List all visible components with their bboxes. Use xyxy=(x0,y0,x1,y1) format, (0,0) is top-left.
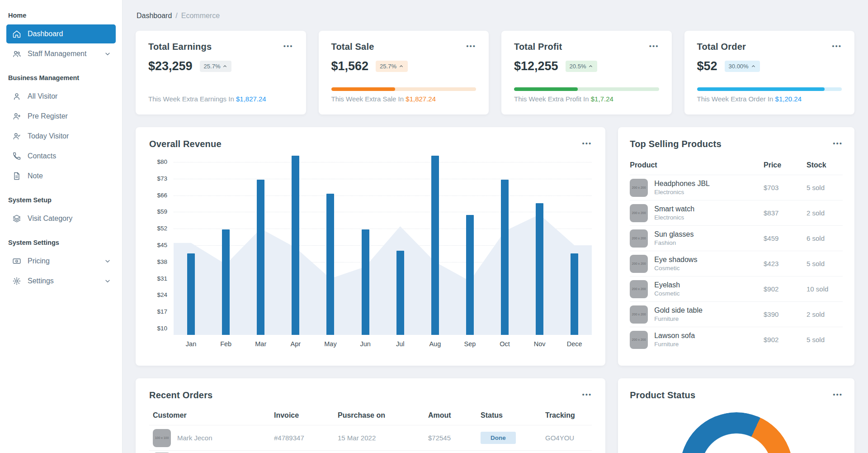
revenue-bar-feb[interactable] xyxy=(222,229,230,335)
sidebar-item-visit-category[interactable]: Visit Category xyxy=(6,209,116,228)
product-thumbnail: 200 x 200 xyxy=(630,179,648,197)
chevron-down-icon xyxy=(104,257,111,265)
stat-card-title: Total Sale xyxy=(331,42,374,52)
sidebar-section-header: System Setup xyxy=(0,186,122,208)
top-selling-menu-button[interactable]: ••• xyxy=(833,139,843,147)
sidebar-section: System Setup Visit Category xyxy=(0,186,122,228)
stat-change-badge[interactable]: 20.5% xyxy=(566,61,598,72)
stat-card-title: Total Earnings xyxy=(148,42,212,52)
recent-orders-menu-button[interactable]: ••• xyxy=(582,390,592,398)
stat-footer-amount[interactable]: $1,827.24 xyxy=(406,95,436,103)
stat-card-menu-button[interactable]: ••• xyxy=(832,42,842,49)
stat-footer-amount[interactable]: $1,7.24 xyxy=(591,95,613,103)
revenue-bar-aug[interactable] xyxy=(431,156,439,335)
product-price: $837 xyxy=(764,209,807,217)
product-stock: 10 sold xyxy=(807,285,843,293)
revenue-bar-apr[interactable] xyxy=(292,156,299,335)
revenue-bar-column xyxy=(487,162,522,335)
sidebar-item-settings[interactable]: Settings xyxy=(6,272,116,291)
stat-footer-text: This Week Extra Profit In xyxy=(514,95,591,103)
sidebar-item-label: Settings xyxy=(28,277,54,285)
breadcrumb: Dashboard/Ecommerce xyxy=(137,12,854,20)
product-info: Sun glasses Fashion xyxy=(654,230,693,246)
product-thumbnail: 200 x 200 xyxy=(630,255,648,273)
stat-value-row: $12,255 20.5% xyxy=(514,59,659,73)
main-content: Dashboard/Ecommerce Total Earnings ••• $… xyxy=(122,0,868,453)
product-row[interactable]: 200 x 200 Smart watch Electronics $837 2… xyxy=(630,200,843,225)
order-row[interactable]: 100 x 100 Mark Jecon #4789347 15 Mar 202… xyxy=(149,425,592,450)
product-status-menu-button[interactable]: ••• xyxy=(833,390,843,398)
product-info: Gold side table Furniture xyxy=(654,306,703,322)
chevron-up-icon xyxy=(588,64,593,69)
x-axis-label: Jan xyxy=(174,340,208,348)
product-cell: 200 x 200 Sun glasses Fashion xyxy=(630,229,764,248)
stat-card-menu-button[interactable]: ••• xyxy=(283,42,293,49)
stat-change-badge[interactable]: 25.7% xyxy=(376,61,408,72)
overall-revenue-card: Overall Revenue ••• $80$73$66$59$52$45$3… xyxy=(136,127,605,366)
sidebar-item-pre-register[interactable]: Pre Register xyxy=(6,107,116,126)
sidebar-section-items: All Visitor Pre Register Today Visitor C… xyxy=(0,87,122,186)
product-thumbnail: 200 x 200 xyxy=(630,331,648,349)
sidebar-section: Business Management All Visitor Pre Regi… xyxy=(0,64,122,186)
breadcrumb-section[interactable]: Dashboard xyxy=(137,12,172,19)
revenue-bar-may[interactable] xyxy=(326,194,334,335)
product-thumbnail: 200 x 200 xyxy=(630,204,648,222)
sidebar-item-dashboard[interactable]: Dashboard xyxy=(6,24,116,43)
product-row[interactable]: 200 x 200 Lawson sofa Furniture $902 5 s… xyxy=(630,327,843,352)
thumbnail-placeholder-label: 200 x 200 xyxy=(632,211,646,215)
y-tick-label: $17 xyxy=(157,308,167,315)
stat-change-badge[interactable]: 25.7% xyxy=(200,61,232,72)
stat-change-badge[interactable]: 30.00% xyxy=(725,61,760,72)
revenue-bar-sep[interactable] xyxy=(466,215,474,335)
revenue-bar-mar[interactable] xyxy=(257,180,264,335)
revenue-bar-nov[interactable] xyxy=(536,203,543,335)
sidebar-item-all-visitor[interactable]: All Visitor xyxy=(6,87,116,106)
y-tick-label: $38 xyxy=(157,258,167,265)
y-tick-label: $80 xyxy=(157,158,167,165)
price-icon xyxy=(12,257,21,266)
revenue-bar-dece[interactable] xyxy=(571,253,578,335)
stat-footer-amount[interactable]: $1,827.24 xyxy=(236,95,266,103)
products-table-header: Product Price Stock xyxy=(630,161,843,175)
product-row[interactable]: 200 x 200 Sun glasses Fashion $459 6 sol… xyxy=(630,225,843,251)
product-name: Headphones JBL xyxy=(654,180,710,188)
stat-footer-amount[interactable]: $1,20.24 xyxy=(775,95,802,103)
product-cell: 200 x 200 Gold side table Furniture xyxy=(630,305,764,324)
orders-col-tracking: Tracking xyxy=(545,411,592,420)
overall-revenue-menu-button[interactable]: ••• xyxy=(582,139,592,147)
product-row[interactable]: 200 x 200 Headphones JBL Electronics $70… xyxy=(630,175,843,200)
sidebar-item-contacts[interactable]: Contacts xyxy=(6,147,116,166)
stat-card-menu-button[interactable]: ••• xyxy=(466,42,476,49)
product-category: Cosmetic xyxy=(654,265,697,272)
chevron-down-icon xyxy=(104,277,111,285)
product-info: Lawson sofa Furniture xyxy=(654,332,695,348)
stat-value: $1,562 xyxy=(331,59,369,73)
stat-footer-text: This Week Extra Earnings In xyxy=(148,95,236,103)
stat-card-menu-button[interactable]: ••• xyxy=(649,42,659,49)
thumbnail-placeholder-label: 200 x 200 xyxy=(632,186,646,189)
sidebar-item-note[interactable]: Note xyxy=(6,167,116,186)
revenue-bar-jun[interactable] xyxy=(362,229,369,335)
x-axis-label: Aug xyxy=(418,340,453,348)
product-name: Eye shadows xyxy=(654,256,697,264)
revenue-bar-jul[interactable] xyxy=(396,251,404,335)
revenue-bar-jan[interactable] xyxy=(187,253,195,335)
products-table-body: 200 x 200 Headphones JBL Electronics $70… xyxy=(630,175,843,352)
sidebar-item-label: Today Visitor xyxy=(28,132,69,140)
sidebar-item-staff-management[interactable]: Staff Management xyxy=(6,44,116,63)
app: Home Dashboard Staff Management Business… xyxy=(0,0,868,453)
stat-progress-bar xyxy=(331,87,476,91)
x-axis-label: Feb xyxy=(208,340,243,348)
product-row[interactable]: 200 x 200 Eye shadows Cosmetic $423 5 so… xyxy=(630,251,843,276)
sidebar-item-pricing[interactable]: Pricing xyxy=(6,252,116,271)
product-row[interactable]: 200 x 200 Gold side table Furniture $390… xyxy=(630,301,843,327)
sidebar-item-today-visitor[interactable]: Today Visitor xyxy=(6,127,116,146)
products-col-price: Price xyxy=(764,161,807,169)
revenue-bar-oct[interactable] xyxy=(501,180,509,335)
order-status-badge: Done xyxy=(481,432,516,444)
sidebar: Home Dashboard Staff Management Business… xyxy=(0,0,122,453)
product-category: Cosmetic xyxy=(654,290,680,297)
home-icon xyxy=(12,29,21,38)
product-row[interactable]: 200 x 200 Eyelash Cosmetic $902 10 sold xyxy=(630,276,843,301)
revenue-chart: $80$73$66$59$52$45$38$31$24$17$10 xyxy=(149,162,592,335)
